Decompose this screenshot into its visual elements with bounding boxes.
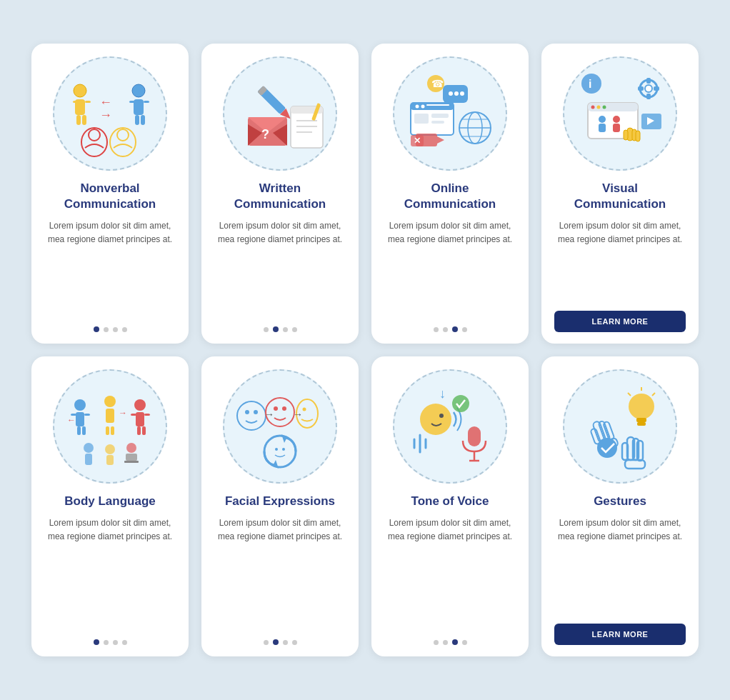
svg-rect-93	[131, 414, 136, 416]
svg-text:→: →	[119, 408, 127, 418]
svg-point-99	[105, 444, 115, 454]
dot	[434, 327, 439, 332]
dot	[292, 327, 297, 332]
svg-point-42	[449, 91, 453, 96]
card-written-dots	[264, 326, 297, 332]
card-body: ← →	[31, 356, 189, 656]
svg-point-111	[303, 408, 306, 411]
svg-point-44	[460, 91, 464, 96]
svg-rect-95	[137, 426, 141, 435]
dot	[94, 326, 99, 332]
svg-point-8	[132, 84, 145, 97]
svg-point-97	[84, 443, 94, 453]
svg-point-123	[452, 395, 469, 412]
card-nonverbal-dots	[94, 326, 127, 332]
svg-rect-76	[636, 131, 640, 141]
icon-online: ☎ ✕	[393, 56, 507, 171]
card-visual-desc: Lorem ipsum dolor sit dim amet, mea regi…	[554, 219, 686, 301]
dot	[292, 640, 297, 645]
dot	[443, 640, 448, 645]
svg-rect-142	[622, 443, 628, 460]
dot	[104, 640, 109, 645]
card-facial-desc: Lorem ipsum dolor sit dim amet, mea regi…	[214, 516, 346, 629]
dot	[122, 640, 127, 645]
card-gestures: Gestures Lorem ipsum dolor sit dim amet,…	[541, 356, 699, 656]
svg-rect-3	[85, 101, 91, 103]
svg-text:←: ←	[67, 415, 76, 425]
icon-facial: → →	[223, 369, 337, 484]
svg-point-71	[613, 116, 620, 123]
dot	[462, 327, 467, 332]
svg-rect-5	[82, 115, 86, 125]
gestures-learn-more-button[interactable]: LEARN MORE	[554, 624, 686, 645]
svg-rect-61	[646, 94, 651, 99]
svg-point-15	[89, 129, 100, 141]
svg-point-91	[134, 399, 146, 411]
svg-point-109	[282, 406, 286, 411]
svg-point-17	[117, 129, 129, 141]
card-written: ? WrittenCommunication Lorem ipsum dolor…	[201, 44, 359, 344]
svg-rect-11	[144, 101, 149, 103]
svg-rect-83	[77, 426, 81, 435]
svg-rect-72	[613, 124, 620, 132]
svg-point-68	[603, 106, 606, 109]
dot	[273, 326, 279, 332]
svg-point-146	[597, 438, 617, 458]
svg-point-135	[629, 394, 654, 419]
svg-rect-100	[106, 455, 114, 465]
dot	[462, 640, 467, 645]
svg-rect-80	[76, 412, 84, 426]
icon-body: ← →	[53, 369, 167, 484]
dot	[264, 640, 269, 645]
svg-point-122	[439, 414, 444, 418]
svg-point-43	[454, 91, 459, 96]
card-online-title: OnlineCommunication	[404, 181, 496, 212]
card-body-title: Body Language	[64, 494, 156, 509]
svg-rect-96	[142, 426, 146, 435]
svg-rect-145	[625, 460, 645, 469]
svg-point-117	[271, 443, 289, 460]
svg-point-119	[282, 448, 285, 451]
svg-rect-87	[106, 409, 114, 423]
svg-point-67	[597, 106, 601, 109]
card-body-dots	[94, 639, 127, 645]
svg-text:←: ←	[99, 95, 112, 109]
card-nonverbal: ← → NonverbalCommunication L	[31, 44, 189, 344]
card-facial-title: Facial Expressions	[225, 494, 335, 509]
svg-rect-70	[599, 124, 606, 132]
svg-point-35	[421, 105, 425, 109]
icon-written: ?	[223, 56, 337, 171]
dot	[283, 640, 288, 645]
svg-rect-136	[636, 418, 646, 422]
svg-text:→: →	[99, 108, 112, 122]
svg-rect-144	[637, 441, 643, 461]
card-gestures-desc: Lorem ipsum dolor sit dim amet, mea regi…	[554, 516, 686, 614]
dot	[122, 327, 127, 332]
icon-visual: i	[563, 56, 677, 171]
svg-point-86	[104, 396, 116, 407]
svg-line-140	[628, 393, 631, 396]
card-online-dots	[434, 326, 467, 332]
svg-rect-74	[624, 130, 628, 140]
card-nonverbal-desc: Lorem ipsum dolor sit dim amet, mea regi…	[44, 219, 176, 316]
svg-text:→: →	[264, 409, 274, 420]
svg-rect-12	[135, 115, 139, 125]
svg-rect-137	[637, 422, 646, 426]
card-written-title: WrittenCommunication	[234, 181, 326, 212]
svg-rect-10	[129, 101, 135, 103]
svg-rect-92	[136, 412, 144, 426]
svg-rect-65	[588, 103, 638, 111]
svg-point-101	[126, 443, 136, 453]
svg-point-121	[420, 404, 451, 435]
card-visual-title: VisualCommunication	[574, 181, 666, 212]
svg-text:✕: ✕	[414, 136, 421, 146]
svg-point-79	[74, 399, 86, 411]
dot	[273, 639, 279, 645]
dot	[264, 327, 269, 332]
dot	[283, 327, 288, 332]
svg-point-104	[237, 401, 266, 430]
svg-point-66	[591, 106, 595, 109]
svg-rect-103	[124, 461, 139, 463]
visual-learn-more-button[interactable]: LEARN MORE	[554, 311, 686, 332]
dot	[113, 327, 118, 332]
